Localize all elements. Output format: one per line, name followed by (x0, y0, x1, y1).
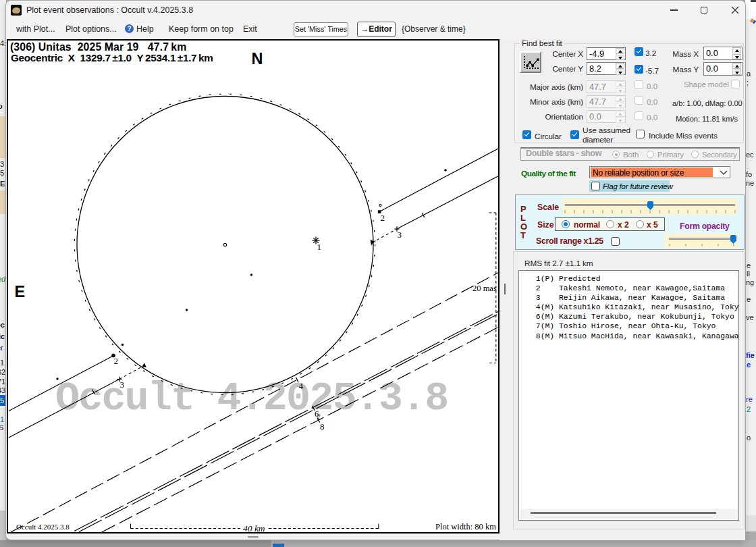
svg-text:Geocentric X 1329.7 ±1.0 Y: Geocentric X 1329.7 ±1.0 Y 2534.1 ±1.7 k… (11, 52, 213, 63)
svg-text:40 km: 40 km (243, 523, 265, 532)
svg-text:Occult 4.2025.3.8: Occult 4.2025.3.8 (16, 523, 70, 531)
svg-text:2: 2 (381, 213, 385, 223)
svg-text:E: E (15, 283, 26, 301)
svg-text:8: 8 (320, 421, 325, 432)
svg-text:20 mas: 20 mas (473, 284, 497, 293)
svg-text:3: 3 (398, 230, 402, 240)
svg-text:N: N (252, 50, 263, 68)
svg-text:2: 2 (114, 356, 119, 366)
svg-text:7: 7 (317, 413, 321, 422)
svg-text:4: 4 (299, 381, 304, 391)
svg-text:Plot width: 80 km: Plot width: 80 km (435, 522, 496, 531)
svg-text:(306) Unitas 2025 Mar 19 47: (306) Unitas 2025 Mar 19 47.7 km (10, 41, 186, 53)
svg-text:Occult 4.2025.3.8: Occult 4.2025.3.8 (55, 375, 448, 421)
svg-text:3: 3 (120, 380, 125, 390)
svg-text:1: 1 (317, 242, 322, 252)
